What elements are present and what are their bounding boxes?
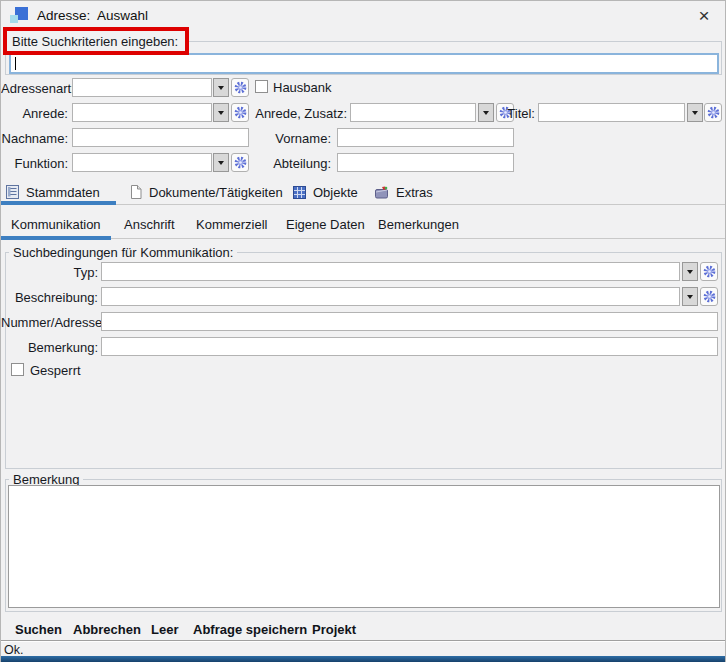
anrede-zusatz-label: Anrede, Zusatz: [251, 105, 347, 122]
app-window-icon-accent [10, 15, 18, 23]
extras-package-icon [375, 186, 389, 199]
gesperrt-label[interactable]: Gesperrt [30, 362, 81, 379]
subtab-kommerziell[interactable]: Kommerziell [196, 216, 268, 234]
nachname-input[interactable] [72, 128, 249, 147]
subtab-eigene-daten[interactable]: Eigene Daten [286, 216, 365, 234]
nachname-label: Nachname: [1, 130, 68, 147]
titel-dropdown-button[interactable] [687, 103, 703, 122]
objects-grid-icon [293, 186, 306, 199]
tab-objekte[interactable]: Objekte [293, 181, 358, 203]
adressenart-dropdown-button[interactable] [213, 78, 229, 97]
titel-label: Titel: [499, 105, 535, 122]
address-selection-window: Adresse: Auswahl × Bitte Suchkriterien e… [0, 0, 726, 662]
typ-dropdown-button[interactable] [682, 262, 698, 281]
search-criteria-input[interactable] [9, 53, 719, 74]
adressenart-label: Adressenart: [1, 80, 68, 97]
gear-icon [234, 81, 247, 94]
adressenart-lookup-button[interactable] [231, 78, 249, 97]
stammdaten-form-icon [6, 185, 19, 199]
bemerkung-textarea[interactable] [8, 485, 720, 608]
abteilung-input[interactable] [337, 153, 514, 172]
beschreibung-label: Beschreibung: [1, 289, 98, 306]
statusbar-divider-highlight [1, 641, 726, 642]
projekt-button[interactable]: Projekt [312, 621, 356, 638]
anrede-zusatz-input[interactable] [350, 103, 476, 122]
typ-label: Typ: [1, 264, 98, 281]
abfrage-speichern-button[interactable]: Abfrage speichern [193, 621, 307, 638]
tab-stammdaten[interactable]: Stammdaten [6, 181, 100, 203]
anrede-input[interactable] [72, 103, 212, 122]
close-button[interactable]: × [691, 3, 717, 29]
beschreibung-input[interactable] [101, 287, 680, 306]
gear-icon [234, 156, 247, 169]
funktion-lookup-button[interactable] [231, 153, 249, 172]
document-page-icon [130, 185, 142, 199]
gear-icon [703, 265, 716, 278]
beschreibung-dropdown-button[interactable] [682, 287, 698, 306]
titel-input[interactable] [538, 103, 685, 122]
funktion-label: Funktion: [1, 155, 68, 172]
tab-objekte-label: Objekte [313, 185, 358, 200]
abbrechen-button[interactable]: Abbrechen [73, 621, 141, 638]
anrede-label: Anrede: [1, 105, 68, 122]
hausbank-label[interactable]: Hausbank [273, 79, 332, 96]
typ-input[interactable] [101, 262, 680, 281]
text-cursor [15, 57, 16, 70]
subtab-kommunikation[interactable]: Kommunikation [11, 216, 101, 234]
window-title: Adresse: Auswahl [37, 8, 148, 23]
typ-lookup-button[interactable] [700, 262, 718, 281]
abteilung-label: Abteilung: [264, 155, 331, 172]
tab-dokumente-taetigkeiten[interactable]: Dokumente/Tätigkeiten [130, 181, 283, 203]
bemerkung-field-input[interactable] [101, 337, 718, 356]
suchbedingungen-group-label: Suchbedingungen für Kommunikation: [9, 245, 237, 260]
tab-dokumente-label: Dokumente/Tätigkeiten [149, 185, 283, 200]
anrede-zusatz-dropdown-button[interactable] [478, 103, 494, 122]
main-tab-selected-underline [1, 201, 116, 205]
beschreibung-lookup-button[interactable] [700, 287, 718, 306]
vorname-input[interactable] [337, 128, 514, 147]
nummer-adresse-label: Nummer/Adresse: [1, 314, 98, 331]
annotation-highlight-box: Bitte Suchkriterien eingeben: [3, 27, 189, 55]
statusbar-text: Ok. [4, 643, 23, 657]
anrede-lookup-button[interactable] [231, 103, 249, 122]
suchen-button[interactable]: Suchen [15, 621, 62, 638]
anrede-dropdown-button[interactable] [213, 103, 229, 122]
tab-stammdaten-label: Stammdaten [26, 185, 100, 200]
bemerkung-field-label: Bemerkung: [1, 339, 98, 356]
tab-extras[interactable]: Extras [375, 181, 433, 203]
gear-icon [234, 106, 247, 119]
suchbedingungen-groupbox [5, 252, 722, 469]
sub-tab-selected-underline [1, 236, 111, 240]
tab-extras-label: Extras [396, 185, 433, 200]
gesperrt-checkbox[interactable] [11, 363, 24, 376]
vorname-label: Vorname: [264, 130, 331, 147]
gear-icon [707, 106, 720, 119]
subtab-bemerkungen[interactable]: Bemerkungen [378, 216, 459, 234]
funktion-input[interactable] [72, 153, 212, 172]
search-criteria-label: Bitte Suchkriterien eingeben: [12, 34, 178, 49]
adressenart-input[interactable] [72, 78, 212, 97]
taskbar-edge [1, 656, 726, 662]
leer-button[interactable]: Leer [151, 621, 178, 638]
subtab-anschrift[interactable]: Anschrift [124, 216, 175, 234]
gear-icon [703, 290, 716, 303]
funktion-dropdown-button[interactable] [213, 153, 229, 172]
titel-lookup-button[interactable] [704, 103, 722, 122]
hausbank-checkbox[interactable] [255, 80, 268, 93]
nummer-adresse-input[interactable] [101, 312, 718, 331]
